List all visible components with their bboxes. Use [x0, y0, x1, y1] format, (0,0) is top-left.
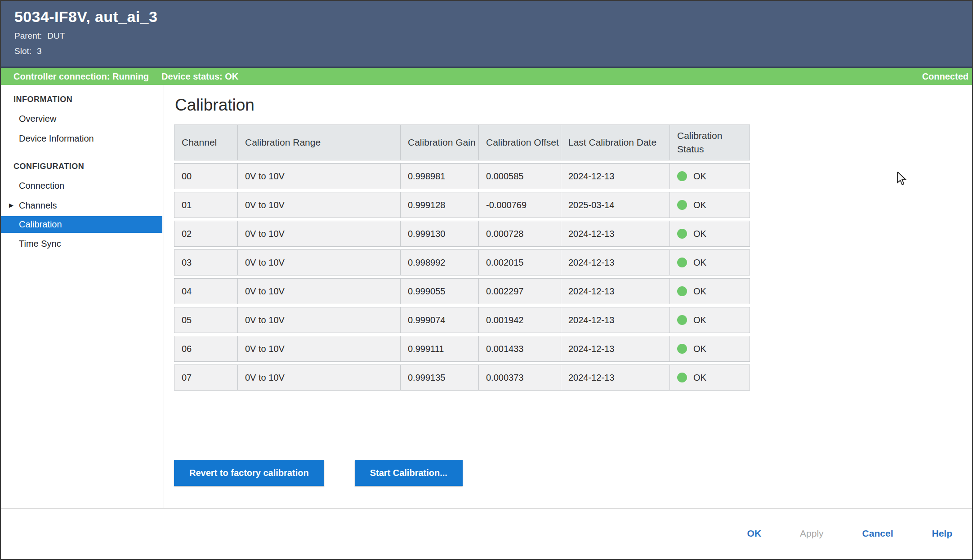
- column-header-last-calibration-date: Last Calibration Date: [561, 124, 670, 160]
- device-configuration-window: 5034-IF8V, aut_ai_3 Parent:DUT Slot:3 Co…: [0, 0, 973, 560]
- sidebar-item-device-information[interactable]: Device Information: [1, 129, 164, 147]
- controller-connection-status: Controller connection: Running: [13, 71, 149, 82]
- table-row: 03 0V to 10V 0.998992 0.002015 2024-12-1…: [174, 249, 750, 276]
- status-ok-icon: [677, 171, 687, 181]
- apply-button[interactable]: Apply: [800, 528, 824, 539]
- offset-cell: -0.000769: [479, 192, 561, 218]
- sidebar-item-time-sync[interactable]: Time Sync: [1, 235, 164, 253]
- column-header-calibration-offset: Calibration Offset: [479, 124, 561, 160]
- calibration-actions: Revert to factory calibration Start Cali…: [174, 460, 972, 486]
- offset-cell: 0.000373: [479, 364, 561, 391]
- help-button[interactable]: Help: [932, 528, 952, 539]
- status-ok-icon: [677, 373, 687, 382]
- content-area: INFORMATION Overview Device Information …: [1, 85, 972, 508]
- date-cell: 2024-12-13: [561, 249, 670, 276]
- calibration-table: Channel Calibration Range Calibration Ga…: [174, 122, 750, 393]
- channel-cell: 07: [174, 364, 238, 391]
- column-header-calibration-status: Calibration Status: [670, 124, 750, 160]
- status-label: OK: [693, 286, 706, 297]
- range-cell: 0V to 10V: [238, 336, 401, 362]
- main-panel: Calibration Channel Calibration Range Ca…: [164, 85, 972, 508]
- channel-cell: 01: [174, 192, 238, 218]
- device-title: 5034-IF8V, aut_ai_3: [14, 8, 972, 26]
- sidebar-item-connection[interactable]: Connection: [1, 177, 164, 195]
- gain-cell: 0.999130: [401, 221, 479, 247]
- range-cell: 0V to 10V: [238, 221, 401, 247]
- status-cell: OK: [670, 192, 750, 218]
- range-cell: 0V to 10V: [238, 163, 401, 189]
- table-row: 02 0V to 10V 0.999130 0.000728 2024-12-1…: [174, 221, 750, 247]
- range-cell: 0V to 10V: [238, 192, 401, 218]
- cancel-button[interactable]: Cancel: [862, 528, 893, 539]
- status-ok-icon: [677, 229, 687, 239]
- device-status: Device status: OK: [161, 71, 238, 82]
- date-cell: 2024-12-13: [561, 163, 670, 189]
- table-row: 07 0V to 10V 0.999135 0.000373 2024-12-1…: [174, 364, 750, 391]
- date-cell: 2024-12-13: [561, 278, 670, 304]
- gain-cell: 0.999128: [401, 192, 479, 218]
- connection-status-bar: Controller connection: Running Device st…: [1, 68, 972, 85]
- offset-cell: 0.000585: [479, 163, 561, 189]
- channel-cell: 03: [174, 249, 238, 276]
- column-header-calibration-gain: Calibration Gain: [401, 124, 479, 160]
- channel-cell: 02: [174, 221, 238, 247]
- sidebar-item-calibration[interactable]: Calibration: [1, 216, 162, 233]
- status-label: OK: [693, 171, 706, 182]
- parent-value: DUT: [47, 31, 65, 40]
- table-header-row: Channel Calibration Range Calibration Ga…: [174, 124, 750, 160]
- channel-cell: 05: [174, 307, 238, 333]
- status-label: OK: [693, 344, 706, 354]
- channel-cell: 00: [174, 163, 238, 189]
- range-cell: 0V to 10V: [238, 364, 401, 391]
- start-calibration-button[interactable]: Start Calibration...: [355, 460, 463, 486]
- status-label: OK: [693, 258, 706, 268]
- offset-cell: 0.002015: [479, 249, 561, 276]
- offset-cell: 0.001942: [479, 307, 561, 333]
- status-ok-icon: [677, 344, 687, 354]
- table-row: 05 0V to 10V 0.999074 0.001942 2024-12-1…: [174, 307, 750, 333]
- range-cell: 0V to 10V: [238, 278, 401, 304]
- status-cell: OK: [670, 249, 750, 276]
- status-ok-icon: [677, 200, 687, 210]
- status-label: OK: [693, 229, 706, 239]
- status-cell: OK: [670, 278, 750, 304]
- offset-cell: 0.002297: [479, 278, 561, 304]
- gain-cell: 0.999111: [401, 336, 479, 362]
- slot-line: Slot:3: [14, 46, 972, 56]
- status-cell: OK: [670, 336, 750, 362]
- status-ok-icon: [677, 315, 687, 325]
- table-row: 06 0V to 10V 0.999111 0.001433 2024-12-1…: [174, 336, 750, 362]
- dialog-footer: OK Apply Cancel Help: [1, 508, 972, 558]
- date-cell: 2025-03-14: [561, 192, 670, 218]
- gain-cell: 0.998992: [401, 249, 479, 276]
- page-title: Calibration: [175, 96, 972, 115]
- column-header-channel: Channel: [174, 124, 238, 160]
- status-cell: OK: [670, 163, 750, 189]
- date-cell: 2024-12-13: [561, 221, 670, 247]
- device-header: 5034-IF8V, aut_ai_3 Parent:DUT Slot:3: [1, 1, 972, 68]
- status-ok-icon: [677, 258, 687, 267]
- gain-cell: 0.999055: [401, 278, 479, 304]
- table-row: 00 0V to 10V 0.998981 0.000585 2024-12-1…: [174, 163, 750, 189]
- channel-cell: 06: [174, 336, 238, 362]
- parent-label: Parent:: [14, 31, 42, 40]
- section-label-information: INFORMATION: [1, 90, 164, 110]
- status-bar-left: Controller connection: Running Device st…: [13, 71, 922, 82]
- range-cell: 0V to 10V: [238, 249, 401, 276]
- sidebar-item-channels[interactable]: ▶Channels: [1, 196, 164, 214]
- nav-section-information: INFORMATION Overview Device Information: [1, 90, 164, 147]
- sidebar-item-overview[interactable]: Overview: [1, 110, 164, 128]
- status-cell: OK: [670, 364, 750, 391]
- revert-factory-calibration-button[interactable]: Revert to factory calibration: [174, 460, 324, 486]
- column-header-calibration-range: Calibration Range: [238, 124, 401, 160]
- gain-cell: 0.998981: [401, 163, 479, 189]
- channels-expand-icon[interactable]: ▶: [9, 196, 13, 214]
- status-ok-icon: [677, 286, 687, 296]
- status-label: OK: [693, 315, 706, 325]
- status-cell: OK: [670, 307, 750, 333]
- channel-cell: 04: [174, 278, 238, 304]
- ok-button[interactable]: OK: [747, 528, 762, 539]
- connected-badge: Connected: [922, 71, 969, 82]
- sidebar-item-channels-label: Channels: [19, 200, 57, 210]
- status-cell: OK: [670, 221, 750, 247]
